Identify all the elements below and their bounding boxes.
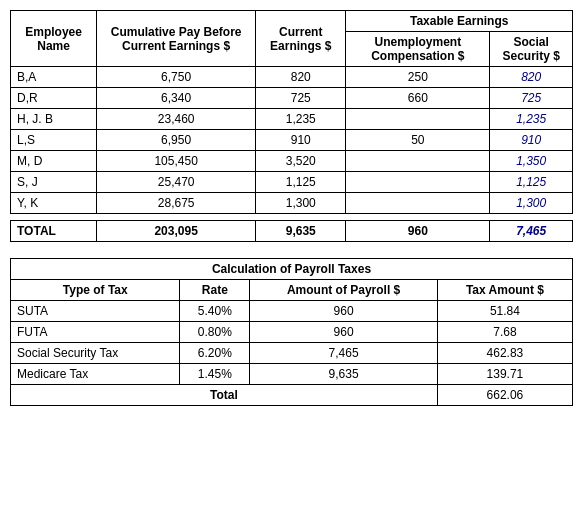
current-earnings: 910 [256, 130, 346, 151]
unemployment-comp [346, 172, 490, 193]
cumulative-pay: 6,750 [97, 67, 256, 88]
cumulative-pay: 6,340 [97, 88, 256, 109]
payroll-row: M, D 105,450 3,520 1,350 [11, 151, 573, 172]
unemployment-comp [346, 109, 490, 130]
tax-type: Medicare Tax [11, 364, 180, 385]
taxes-total-label: Total [11, 385, 438, 406]
taxable-earnings-header: Taxable Earnings [346, 11, 573, 32]
current-earnings: 1,235 [256, 109, 346, 130]
payroll-taxes-title: Calculation of Payroll Taxes [11, 259, 573, 280]
employee-name: D,R [11, 88, 97, 109]
tax-row: Medicare Tax 1.45% 9,635 139.71 [11, 364, 573, 385]
tax-amount-payroll: 960 [250, 322, 438, 343]
social-security: 1,235 [490, 109, 573, 130]
unemployment-comp [346, 193, 490, 214]
current-earnings: 725 [256, 88, 346, 109]
tax-type: SUTA [11, 301, 180, 322]
total-unemployment: 960 [346, 221, 490, 242]
col-current-header: Current Earnings $ [256, 11, 346, 67]
social-security: 1,300 [490, 193, 573, 214]
tax-amount: 7.68 [437, 322, 572, 343]
tax-rate: 0.80% [180, 322, 250, 343]
tax-amount: 51.84 [437, 301, 572, 322]
cumulative-pay: 23,460 [97, 109, 256, 130]
payroll-row: D,R 6,340 725 660 725 [11, 88, 573, 109]
employee-name: B,A [11, 67, 97, 88]
taxes-total-tax: 662.06 [437, 385, 572, 406]
cumulative-pay: 6,950 [97, 130, 256, 151]
total-current: 9,635 [256, 221, 346, 242]
payroll-row: B,A 6,750 820 250 820 [11, 67, 573, 88]
employee-name: M, D [11, 151, 97, 172]
col-unemployment-header: Unemployment Compensation $ [346, 32, 490, 67]
tax-rate: 5.40% [180, 301, 250, 322]
payroll-taxes-table: Calculation of Payroll Taxes Type of Tax… [10, 258, 573, 406]
social-security: 725 [490, 88, 573, 109]
social-security: 910 [490, 130, 573, 151]
col-social-header: Social Security $ [490, 32, 573, 67]
col-amount-header: Amount of Payroll $ [250, 280, 438, 301]
unemployment-comp [346, 151, 490, 172]
unemployment-comp: 50 [346, 130, 490, 151]
tax-rate: 6.20% [180, 343, 250, 364]
social-security: 820 [490, 67, 573, 88]
col-type-header: Type of Tax [11, 280, 180, 301]
tax-row: FUTA 0.80% 960 7.68 [11, 322, 573, 343]
social-security: 1,125 [490, 172, 573, 193]
tax-amount: 139.71 [437, 364, 572, 385]
col-rate-header: Rate [180, 280, 250, 301]
tax-row: Social Security Tax 6.20% 7,465 462.83 [11, 343, 573, 364]
employee-name: L,S [11, 130, 97, 151]
employee-name: H, J. B [11, 109, 97, 130]
unemployment-comp: 250 [346, 67, 490, 88]
current-earnings: 820 [256, 67, 346, 88]
employee-name: S, J [11, 172, 97, 193]
total-social: 7,465 [490, 221, 573, 242]
employee-name: Y, K [11, 193, 97, 214]
payroll-row: S, J 25,470 1,125 1,125 [11, 172, 573, 193]
cumulative-pay: 28,675 [97, 193, 256, 214]
payroll-row: Y, K 28,675 1,300 1,300 [11, 193, 573, 214]
total-row: TOTAL 203,095 9,635 960 7,465 [11, 221, 573, 242]
tax-amount-payroll: 960 [250, 301, 438, 322]
taxes-total-row: Total 662.06 [11, 385, 573, 406]
current-earnings: 1,300 [256, 193, 346, 214]
tax-type: Social Security Tax [11, 343, 180, 364]
cumulative-pay: 25,470 [97, 172, 256, 193]
tax-row: SUTA 5.40% 960 51.84 [11, 301, 573, 322]
tax-amount-payroll: 7,465 [250, 343, 438, 364]
current-earnings: 1,125 [256, 172, 346, 193]
payroll-row: H, J. B 23,460 1,235 1,235 [11, 109, 573, 130]
payroll-row: L,S 6,950 910 50 910 [11, 130, 573, 151]
col-tax-header: Tax Amount $ [437, 280, 572, 301]
tax-amount: 462.83 [437, 343, 572, 364]
tax-amount-payroll: 9,635 [250, 364, 438, 385]
col-employee-header: Employee Name [11, 11, 97, 67]
col-cumulative-header: Cumulative Pay Before Current Earnings $ [97, 11, 256, 67]
total-cumulative: 203,095 [97, 221, 256, 242]
cumulative-pay: 105,450 [97, 151, 256, 172]
total-label: TOTAL [11, 221, 97, 242]
social-security: 1,350 [490, 151, 573, 172]
tax-type: FUTA [11, 322, 180, 343]
unemployment-comp: 660 [346, 88, 490, 109]
tax-rate: 1.45% [180, 364, 250, 385]
payroll-table: Employee Name Cumulative Pay Before Curr… [10, 10, 573, 242]
current-earnings: 3,520 [256, 151, 346, 172]
